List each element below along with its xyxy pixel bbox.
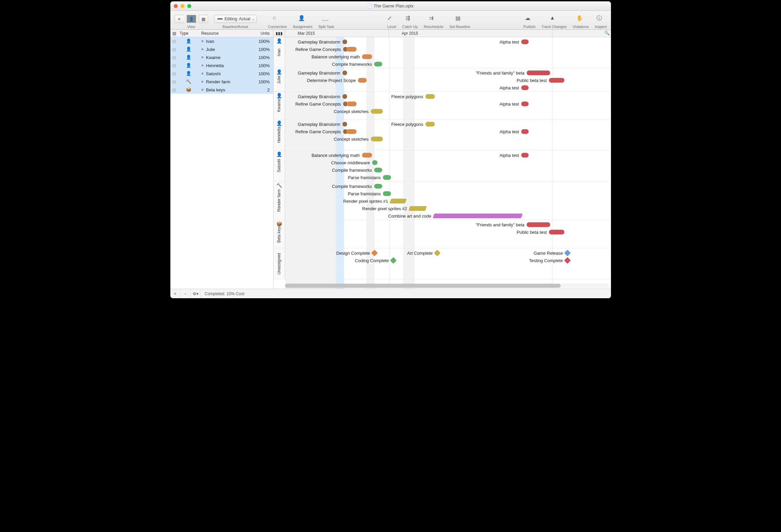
task[interactable]: Art Complete	[372, 250, 440, 256]
task[interactable]: Gameplay Brainstorm	[274, 38, 347, 45]
task-bar[interactable]	[389, 199, 407, 203]
lane-label[interactable]: 🔨Render farm	[274, 181, 285, 220]
track-changes-button[interactable]: ▲	[550, 15, 558, 23]
task[interactable]: Refine Game Concepts	[274, 128, 357, 135]
task[interactable]: Alpha test	[447, 84, 529, 91]
horizontal-scrollbar[interactable]	[285, 283, 610, 288]
catch-up-button[interactable]: ⇶	[406, 15, 414, 23]
close-icon[interactable]	[174, 4, 178, 8]
task-bar[interactable]	[372, 160, 378, 165]
task[interactable]: Render pixel sprites #1	[316, 198, 406, 204]
task-bar[interactable]	[549, 230, 564, 234]
outline-column-icon[interactable]: ▤	[170, 31, 178, 36]
view-calendar-icon[interactable]: ▦	[199, 15, 208, 23]
task[interactable]: Concept sketches	[297, 108, 383, 115]
assignment-button[interactable]: 👤	[298, 15, 307, 23]
task[interactable]: Concept sketches	[297, 136, 383, 142]
task[interactable]: Alpha test	[447, 38, 529, 45]
task-bar[interactable]	[346, 129, 357, 134]
inspect-button[interactable]: ⓘ	[596, 15, 605, 23]
task-bar[interactable]	[383, 191, 391, 196]
task-bar[interactable]	[527, 71, 550, 75]
task[interactable]: Gameplay Brainstorm	[274, 121, 347, 128]
gantt-body[interactable]: 👤IvanGameplay BrainstormRefine Game Conc…	[274, 37, 611, 289]
col-type[interactable]: Type	[178, 31, 199, 36]
task[interactable]: Compile frameworks	[300, 167, 382, 173]
task[interactable]: "Friends and family" beta	[452, 221, 550, 228]
task-bar[interactable]	[342, 122, 347, 127]
task-bar[interactable]	[362, 153, 372, 158]
task-bar[interactable]	[521, 129, 529, 134]
task-bar[interactable]	[383, 175, 391, 180]
task[interactable]: Game Release	[502, 250, 570, 256]
scrollbar-thumb[interactable]	[285, 284, 561, 288]
task[interactable]: Fleece polygons	[351, 121, 435, 128]
publish-button[interactable]: ☁︎	[525, 15, 534, 23]
task[interactable]: Refine Game Concepts	[274, 101, 357, 107]
task[interactable]: Compile frameworks	[300, 61, 382, 67]
task[interactable]: Gameplay Brainstorm	[274, 93, 347, 100]
resource-row[interactable]: ▤ 👤 Kwame 100%	[170, 53, 273, 61]
task[interactable]: Compile frameworks	[300, 183, 382, 190]
resource-row[interactable]: ▤ 👤 Ivan 100%	[170, 37, 273, 45]
task[interactable]: Combine art and code	[359, 213, 522, 219]
note-icon[interactable]: ▤	[170, 39, 178, 44]
col-units[interactable]: Units	[253, 31, 273, 36]
zoom-icon[interactable]: 🔍	[604, 30, 610, 35]
task-bar[interactable]	[342, 71, 347, 75]
connection-button[interactable]: ⎌	[273, 15, 282, 23]
task-bar[interactable]	[527, 222, 550, 227]
task[interactable]: Public beta test	[475, 77, 564, 84]
lane-label[interactable]: 📦Beta keys	[274, 220, 285, 248]
task-bar[interactable]	[521, 153, 529, 158]
task[interactable]: Design Complete	[309, 250, 377, 256]
task[interactable]: Alpha test	[447, 101, 529, 107]
lane-label[interactable]: Unassigned	[274, 248, 285, 279]
level-button[interactable]: ⤢	[387, 15, 396, 23]
note-icon[interactable]: ▤	[170, 87, 178, 92]
resource-row[interactable]: ▤ 👤 Satoshi 100%	[170, 69, 273, 78]
task[interactable]: Parse framistans	[309, 174, 391, 181]
resource-row[interactable]: ▤ 🔨 Render farm 100%	[170, 78, 273, 86]
lane-label[interactable]: 👤Satoshi	[274, 150, 285, 181]
task-bar[interactable]	[425, 94, 435, 99]
col-resource[interactable]: Resource	[199, 31, 253, 36]
set-baseline-button[interactable]: ▤	[455, 15, 464, 23]
task[interactable]: Public beta test	[475, 229, 564, 235]
task-bar[interactable]	[521, 102, 529, 106]
baseline-dropdown[interactable]: Editing: Actual	[214, 14, 257, 24]
task-bar[interactable]	[374, 62, 382, 66]
view-outline-icon[interactable]: ≡	[174, 15, 184, 23]
task-bar[interactable]	[425, 122, 435, 127]
note-icon[interactable]: ▤	[170, 71, 178, 76]
view-segment[interactable]: ≡ 👤 ▦	[174, 14, 208, 24]
task[interactable]: Balance underlying math	[288, 152, 372, 159]
task[interactable]: Testing Complete	[502, 257, 570, 264]
task-bar[interactable]	[433, 214, 523, 218]
task[interactable]: Gameplay Brainstorm	[274, 69, 347, 76]
task[interactable]: Choose middleware	[298, 159, 378, 166]
task[interactable]: Alpha test	[447, 152, 529, 159]
task-bar[interactable]	[521, 39, 529, 44]
task-bar[interactable]	[371, 109, 383, 114]
task-bar[interactable]	[374, 184, 382, 189]
view-resource-icon[interactable]: 👤	[187, 15, 196, 23]
note-icon[interactable]: ▤	[170, 47, 178, 52]
task-bar[interactable]	[374, 168, 382, 172]
minimize-icon[interactable]	[180, 4, 185, 8]
task-bar[interactable]	[521, 85, 529, 90]
task[interactable]: Parse framistans	[309, 190, 391, 197]
task[interactable]: Determine Project Scope	[284, 77, 367, 84]
note-icon[interactable]: ▤	[170, 63, 178, 68]
reschedule-button[interactable]: ⇉	[429, 15, 438, 23]
task-bar[interactable]	[346, 47, 357, 52]
task[interactable]: "Friends and family" beta	[452, 69, 550, 76]
action-menu-button[interactable]: ⚙︎▾	[191, 289, 201, 299]
add-button[interactable]: +	[170, 289, 180, 299]
task-bar[interactable]	[362, 54, 372, 59]
violations-button[interactable]: ✋	[576, 15, 585, 23]
task-bar[interactable]	[371, 137, 383, 141]
split-task-button[interactable]: ⎯⎯	[322, 15, 331, 23]
note-icon[interactable]: ▤	[170, 55, 178, 60]
task[interactable]: Render pixel sprites #2	[335, 205, 426, 212]
